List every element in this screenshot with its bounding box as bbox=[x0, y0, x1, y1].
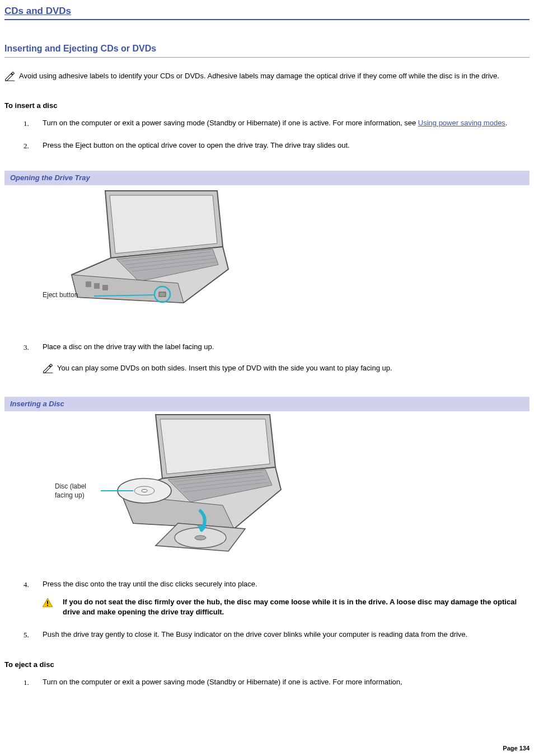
page-title: CDs and DVDs bbox=[4, 4, 530, 20]
figure-1-title: Opening the Drive Tray bbox=[4, 171, 530, 185]
link-power-saving-modes[interactable]: Using power saving modes bbox=[418, 119, 505, 127]
warning-icon bbox=[43, 598, 53, 610]
eject-step-1: Turn on the computer or exit a power sav… bbox=[31, 677, 530, 687]
insert-steps-list-part1: Turn on the computer or exit a power sav… bbox=[4, 118, 530, 151]
insert-steps-list-part3: Press the disc onto the tray until the d… bbox=[4, 579, 530, 640]
step-text: Turn on the computer or exit a power sav… bbox=[43, 119, 418, 127]
warning-seat-disc: If you do not seat the disc firmly over … bbox=[43, 597, 530, 617]
note-dvd-both-sides: You can play some DVDs on both sides. In… bbox=[43, 363, 530, 376]
svg-rect-8 bbox=[159, 292, 166, 297]
figure-inserting-disc: Disc (label facing up) bbox=[38, 411, 530, 557]
insert-steps-list-part2: Place a disc on the drive tray with the … bbox=[4, 342, 530, 376]
figure-opening-drive-tray: Eject button bbox=[38, 185, 530, 320]
insert-heading: To insert a disc bbox=[4, 101, 530, 111]
step-text-tail: . bbox=[505, 119, 508, 127]
step-text: Turn on the computer or exit a power sav… bbox=[43, 678, 402, 686]
handwriting-note-icon bbox=[4, 71, 16, 84]
insert-step-5: Push the drive tray gently to close it. … bbox=[31, 630, 530, 640]
svg-point-15 bbox=[195, 536, 206, 540]
step-text: Press the disc onto the tray until the d… bbox=[43, 580, 257, 588]
eject-heading: To eject a disc bbox=[4, 660, 530, 670]
figure-2-title: Inserting a Disc bbox=[4, 397, 530, 411]
svg-rect-6 bbox=[102, 285, 108, 290]
step-text: Press the Eject button on the optical dr… bbox=[43, 141, 350, 149]
insert-step-4: Press the disc onto the tray until the d… bbox=[31, 579, 530, 618]
section-title: Inserting and Ejecting CDs or DVDs bbox=[4, 43, 530, 58]
insert-step-2: Press the Eject button on the optical dr… bbox=[31, 140, 530, 151]
svg-rect-4 bbox=[86, 281, 91, 287]
note-text: Avoid using adhesive labels to identify … bbox=[19, 71, 499, 81]
figure-2-callout-line1: Disc (label bbox=[55, 482, 86, 490]
figure-2-callout-line2: facing up) bbox=[55, 491, 85, 499]
svg-point-18 bbox=[142, 489, 147, 492]
eject-steps-list: Turn on the computer or exit a power sav… bbox=[4, 677, 530, 687]
svg-rect-5 bbox=[94, 283, 100, 289]
note-adhesive-labels: Avoid using adhesive labels to identify … bbox=[4, 71, 530, 84]
svg-rect-21 bbox=[47, 605, 48, 606]
insert-step-3: Place a disc on the drive tray with the … bbox=[31, 342, 530, 376]
insert-step-1: Turn on the computer or exit a power sav… bbox=[31, 118, 530, 128]
step-text: Place a disc on the drive tray with the … bbox=[43, 342, 214, 351]
handwriting-note-icon bbox=[43, 363, 54, 376]
warning-text: If you do not seat the disc firmly over … bbox=[63, 597, 530, 617]
step-text: Push the drive tray gently to close it. … bbox=[43, 630, 467, 638]
note-text: You can play some DVDs on both sides. In… bbox=[57, 363, 392, 373]
svg-rect-20 bbox=[47, 600, 48, 604]
figure-1-callout: Eject button bbox=[43, 291, 78, 299]
